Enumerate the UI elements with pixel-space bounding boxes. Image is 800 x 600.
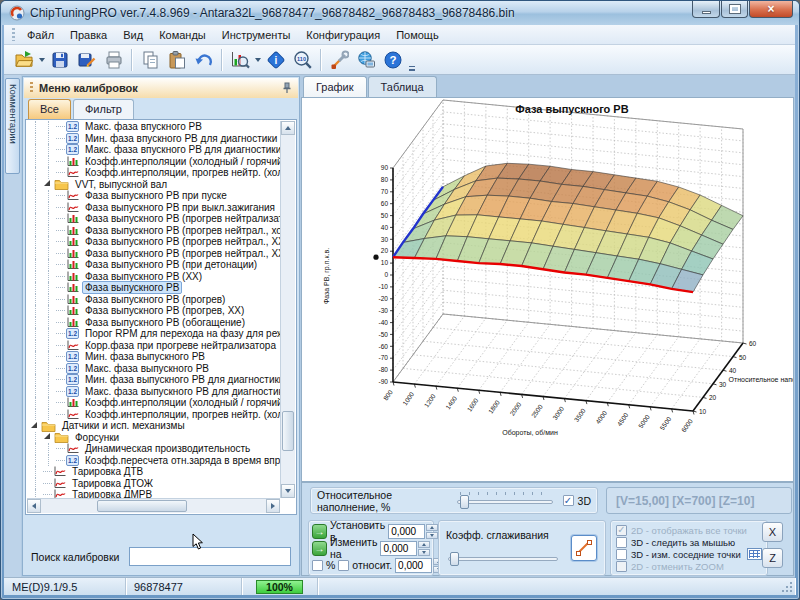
toolbar-print-button[interactable] [100,47,127,73]
scroll-right-button[interactable] [266,499,280,513]
svg-text:20: 20 [709,394,717,401]
tree-item[interactable]: Тарировка ДМРВ [27,489,280,498]
tree-item[interactable]: 1.2Коэфф.пересчета отн.заряда в время вп… [27,455,280,467]
expand-icon[interactable] [44,433,50,439]
relative-input[interactable] [395,558,432,573]
scroll-thumb[interactable] [97,500,187,512]
toolbar-overflow-button[interactable] [408,49,416,71]
toolbar-undo-button[interactable] [190,47,217,73]
minimize-button[interactable] [692,1,720,18]
toolbar-chart-zoom-button[interactable] [226,47,253,73]
x-axis-button[interactable]: X [762,522,783,542]
3d-checkbox[interactable]: ✓ [563,495,574,506]
menu-item-0[interactable]: Файл [19,27,62,43]
svg-text:60: 60 [381,200,389,207]
smoothing-slider[interactable] [448,551,558,569]
scroll-up-button[interactable] [281,121,295,135]
svg-text:60: 60 [749,340,757,347]
panel-grip[interactable] [30,82,33,94]
curve-icon [66,167,79,178]
option-2d-show-all-points-checkbox[interactable]: ✓ [616,525,627,536]
z-axis-button[interactable]: Z [762,548,783,568]
relative-checkbox[interactable] [338,560,349,571]
save-icon [50,50,70,70]
close-button[interactable]: × [749,1,793,18]
tree-folder[interactable]: Датчики и исп. механизмы [27,420,280,432]
svg-text:20: 20 [381,247,389,254]
menu-item-2[interactable]: Вид [115,27,151,43]
calibration-panel: Меню калибровок ВсеФильтр 1.2Макс. фаза … [22,76,300,576]
svg-text:1400: 1400 [444,394,458,410]
menu-item-6[interactable]: Помощь [388,27,447,43]
undo-icon [194,50,214,70]
tab-table[interactable]: Таблица [368,76,437,97]
toolbar-help-button[interactable]: ? [379,47,406,73]
apply-change-button[interactable]: → [312,541,327,556]
tree-horizontal-scrollbar[interactable] [27,498,280,513]
client-area: Комментарии Меню калибровок ВсеФильтр 1.… [4,75,795,577]
expand-icon[interactable] [31,422,37,428]
toolbar-paste-button[interactable] [163,47,190,73]
menu-grip [12,28,15,41]
svg-text:110: 110 [297,56,306,62]
menu-item-4[interactable]: Инструменты [214,27,299,43]
toolbar-open-file-button[interactable] [10,47,37,73]
spin-up-button[interactable] [418,541,430,548]
toolbar-info-button[interactable]: i [262,47,289,73]
menu-item-5[interactable]: Конфигурация [298,27,388,43]
toolbar-copy-button[interactable] [136,47,163,73]
smooth-apply-button[interactable] [571,535,597,561]
svg-text:1.2: 1.2 [68,388,77,395]
spin-up-button[interactable] [426,524,438,531]
tab-filter[interactable]: Фильтр [73,99,134,119]
spin-down-button[interactable] [418,549,430,556]
apply-set-button[interactable]: → [312,524,327,539]
paste-icon [167,50,187,70]
toolbar-network-button[interactable] [352,47,379,73]
calibration-tree: 1.2Макс. фаза впускного РВ1.2Мин. фаза в… [25,119,297,515]
search-input[interactable] [129,547,291,566]
cursor-info: [V=15,00] [X=700] [Z=10] [606,487,792,514]
map-icon [66,305,79,316]
chart-area[interactable]: -90-80-70-60-50-40-30-20-100102030405060… [301,97,794,482]
expand-icon[interactable] [44,180,50,186]
maximize-button[interactable] [721,1,748,18]
change-by-input[interactable] [380,541,417,556]
option-3d-edit-neighbor-points-checkbox[interactable] [616,549,627,560]
scalar-icon: 1.2 [66,121,79,132]
option-3d-follow-mouse-checkbox[interactable] [616,537,627,548]
svg-text:30: 30 [381,236,389,243]
svg-text:40: 40 [381,224,389,231]
toolbar-tools-button[interactable] [325,47,352,73]
network-icon [356,50,376,70]
svg-text:6000: 6000 [680,417,694,433]
map-icon [66,213,79,224]
tree-vertical-scrollbar[interactable] [280,121,295,498]
option-2d-cancel-zoom-checkbox[interactable] [616,561,627,572]
svg-text:0: 0 [384,271,388,278]
spin-down-button[interactable] [426,532,438,539]
toolbar: i110? [4,45,795,75]
set-to-input[interactable] [388,524,425,539]
percent-checkbox[interactable] [312,560,323,571]
toolbar-save-edit-button[interactable] [73,47,100,73]
scroll-down-button[interactable] [281,484,295,498]
toolbar-find-number-button[interactable]: 110 [289,47,316,73]
toolbar-save-button[interactable] [46,47,73,73]
toolbar-chart-zoom-dropdown[interactable] [253,47,262,73]
svg-text:1.2: 1.2 [68,376,77,383]
surface-chart[interactable]: -90-80-70-60-50-40-30-20-100102030405060… [302,98,794,481]
load-slider[interactable] [457,492,553,510]
menu-item-1[interactable]: Правка [62,27,115,43]
scroll-left-button[interactable] [27,499,41,513]
toolbar-open-file-dropdown[interactable] [37,47,46,73]
pin-icon[interactable] [282,82,292,94]
scroll-thumb[interactable] [282,411,294,451]
tab-all[interactable]: Все [28,99,71,119]
map-icon [66,225,79,236]
tab-graph[interactable]: График [303,76,367,97]
grid-icon[interactable] [747,548,762,560]
comments-tab[interactable]: Комментарии [5,78,20,174]
resize-grip[interactable] [781,581,793,593]
menu-item-3[interactable]: Команды [151,27,214,43]
